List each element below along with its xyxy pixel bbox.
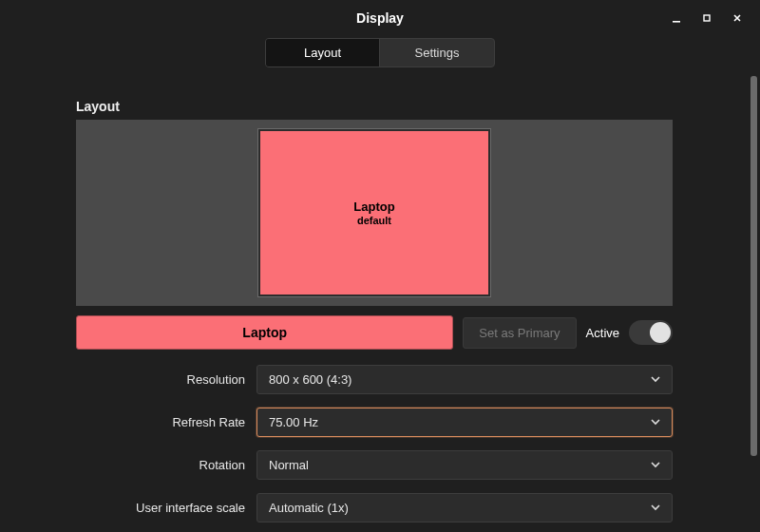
monitor-tile-laptop[interactable]: Laptop default <box>258 129 490 296</box>
selected-display-row: Laptop Set as Primary Active <box>76 315 673 350</box>
monitor-name: Laptop <box>353 200 394 214</box>
refresh-rate-value: 75.00 Hz <box>269 415 318 429</box>
resolution-select[interactable]: 800 x 600 (4:3) <box>256 365 673 394</box>
selected-display-button[interactable]: Laptop <box>76 315 453 350</box>
close-button[interactable] <box>728 9 747 28</box>
display-settings-form: Resolution 800 x 600 (4:3) Refresh Rate … <box>76 365 673 532</box>
rotation-label: Rotation <box>76 458 245 472</box>
monitor-subtitle: default <box>357 215 391 226</box>
content-scroll-area[interactable]: Layout Laptop default Laptop Set as Prim… <box>0 76 749 532</box>
set-as-primary-button[interactable]: Set as Primary <box>463 317 576 349</box>
ui-scale-select[interactable]: Automatic (1x) <box>256 493 673 522</box>
tab-settings[interactable]: Settings <box>380 39 494 66</box>
ui-scale-value: Automatic (1x) <box>269 501 349 515</box>
chevron-down-icon <box>651 415 660 429</box>
chevron-down-icon <box>651 372 660 387</box>
vertical-scrollbar[interactable] <box>750 34 757 524</box>
active-toggle[interactable] <box>629 320 673 345</box>
display-arrangement-box[interactable]: Laptop default <box>76 120 673 306</box>
tab-layout[interactable]: Layout <box>266 39 380 66</box>
resolution-label: Resolution <box>76 372 245 387</box>
scrollbar-thumb[interactable] <box>750 76 757 456</box>
tab-segmented-control: Layout Settings <box>265 38 495 67</box>
chevron-down-icon <box>651 501 660 515</box>
window-controls <box>667 0 754 36</box>
active-toggle-label: Active <box>586 326 619 340</box>
resolution-value: 800 x 600 (4:3) <box>269 372 352 387</box>
section-heading-layout: Layout <box>76 99 673 114</box>
rotation-value: Normal <box>269 458 309 472</box>
svg-rect-0 <box>673 21 680 23</box>
rotation-select[interactable]: Normal <box>256 450 673 480</box>
chevron-down-icon <box>651 458 660 472</box>
toggle-thumb <box>650 322 671 343</box>
maximize-button[interactable] <box>697 9 716 28</box>
window-title: Display <box>356 10 404 26</box>
refresh-rate-select[interactable]: 75.00 Hz <box>256 408 673 437</box>
tab-switcher: Layout Settings <box>0 38 760 67</box>
ui-scale-label: User interface scale <box>76 501 245 515</box>
minimize-button[interactable] <box>667 9 686 28</box>
titlebar: Display <box>0 0 760 36</box>
svg-rect-1 <box>704 15 710 21</box>
refresh-rate-label: Refresh Rate <box>76 415 245 429</box>
